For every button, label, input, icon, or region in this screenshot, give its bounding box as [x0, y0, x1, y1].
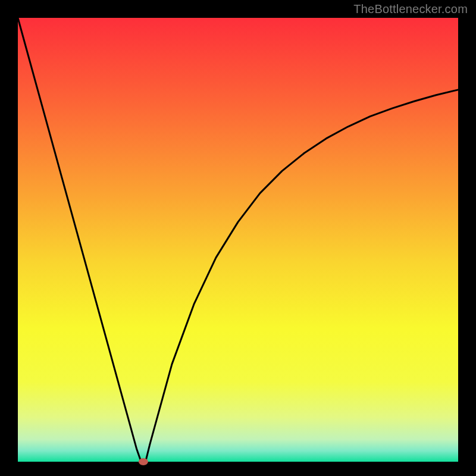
- bottleneck-chart: [0, 0, 476, 476]
- plot-background: [18, 18, 458, 462]
- chart-frame: TheBottlenecker.com: [0, 0, 476, 476]
- optimum-marker: [139, 458, 148, 465]
